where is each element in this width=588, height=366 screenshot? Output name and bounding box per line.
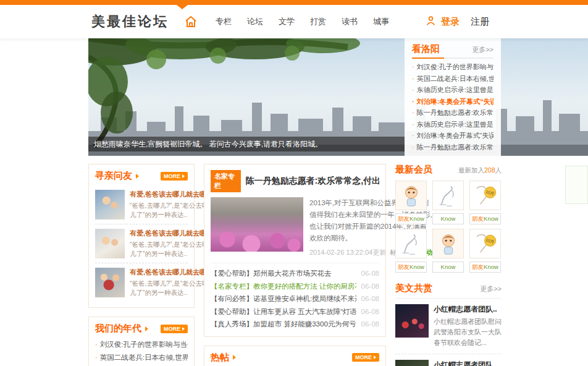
list-item[interactable]: 【有问必答】诺基亚推安卓神机:搅局继续不来迟06-08 bbox=[211, 292, 379, 305]
list-item[interactable]: ·陈一丹勉励志愿者:欢乐常常念,付.. bbox=[412, 142, 494, 153]
our-era-list: ·刘汉俊:孔子的世界影响与当代价值... ·英国二战老兵:日本右倾,世界不能..… bbox=[95, 338, 188, 366]
article-image bbox=[211, 197, 303, 252]
featured-badge: 名家专栏 bbox=[211, 170, 241, 192]
auth-area: 登录 注册 bbox=[426, 15, 489, 28]
member-cell: 10月 朋友Know bbox=[469, 181, 501, 224]
site-header: 美最佳论坛 专栏 论坛 文学 打赏 读书 城事 登录 注册 bbox=[0, 5, 588, 38]
user-icon bbox=[426, 15, 436, 28]
list-item[interactable]: ·英国二战老兵:日本右倾,世界不能... bbox=[95, 351, 188, 364]
list-item[interactable]: 【爱心帮助】郑州最大花卉市场买花去06-08 bbox=[211, 267, 379, 280]
avatar-month-badge-icon[interactable]: 10月 bbox=[469, 229, 501, 258]
member-cell: Know bbox=[432, 181, 464, 224]
site-logo[interactable]: 美最佳论坛 bbox=[91, 12, 169, 31]
hot-posts-section: 热帖 MORE 陈一丹勉励志愿者:欢乐常常念... 2013年,对于互联网和公益… bbox=[204, 346, 386, 366]
bullet-icon: · bbox=[412, 132, 414, 139]
avatar-skater-icon[interactable] bbox=[432, 181, 464, 210]
friend-post-item[interactable]: 有爱,爸爸该去哪儿就去哪..“爸爸,去哪儿?”,是“老公去哪儿了”的另一种表达.… bbox=[95, 224, 188, 263]
new-members-section: 最新会员 最新加入208人 朋友Know Know bbox=[395, 164, 502, 273]
chevron-right-icon bbox=[136, 174, 139, 179]
find-friends-section: 寻亲问友 MORE 有爱,爸爸该去哪儿就去哪..“爸爸,去哪儿?”,是“老公去哪… bbox=[88, 164, 195, 308]
nav-item-reward[interactable]: 打赏 bbox=[310, 16, 326, 27]
join-count: 最新加入208人 bbox=[458, 166, 502, 175]
essay-item[interactable]: 小红帽志愿者团队..小红帽志愿者团队慰问武警洛阳市支队一大队... bbox=[395, 354, 502, 366]
find-friends-more-button[interactable]: MORE bbox=[161, 172, 188, 181]
list-item[interactable]: ·刘汉俊:孔子的世界影响与当代价值 bbox=[412, 61, 494, 73]
friend-post-item[interactable]: 有爱,爸爸该去哪儿就去哪..“爸爸,去哪儿?”,是“老公去哪儿了”的另一种表达.… bbox=[95, 263, 188, 302]
know-button[interactable]: 朋友Know bbox=[469, 262, 501, 273]
know-button[interactable]: 朋友Know bbox=[469, 213, 501, 224]
nav-notch bbox=[177, 5, 188, 9]
bullet-icon: · bbox=[412, 121, 414, 128]
featured-article-title[interactable]: 陈一丹勉励志愿者:欢乐常常念,付出不遗憾 bbox=[246, 176, 379, 187]
bullet-icon: · bbox=[412, 143, 414, 151]
featured-article[interactable]: 2013年,对于互联网和公益界,都是特别值得我们在未来回望的一年。诸多精彩,也让… bbox=[211, 197, 379, 257]
know-button[interactable]: Know bbox=[432, 262, 464, 273]
login-link[interactable]: 登录 bbox=[441, 16, 460, 28]
nav-item-forum[interactable]: 论坛 bbox=[247, 16, 263, 27]
nav-item-city[interactable]: 城事 bbox=[373, 16, 389, 27]
avatar-baby-icon[interactable] bbox=[432, 229, 464, 258]
list-item[interactable]: ·东德历史启示录:这里曾是腐败乐园 bbox=[412, 84, 494, 96]
avatar-baby-icon[interactable] bbox=[395, 181, 427, 210]
member-cell: Know bbox=[432, 229, 464, 273]
bullet-icon: · bbox=[95, 354, 98, 361]
right-column: 最新会员 最新加入208人 朋友Know Know bbox=[395, 164, 502, 366]
bullet-icon: · bbox=[95, 341, 98, 348]
bullet-icon: · bbox=[412, 63, 414, 70]
hero-banner: 烟愁雨啸奈华生,宫阙簪裾旧帝城。 若问古今兴废事,请君只看洛阳城。 看洛阳 更多… bbox=[88, 38, 588, 156]
essay-thumbnail bbox=[395, 360, 429, 366]
list-item[interactable]: 【爱心帮助】让用车更从容 五大汽车故障“灯语”06-08 bbox=[211, 305, 379, 318]
top-accent-bar bbox=[0, 0, 588, 5]
find-friends-title: 寻亲问友 bbox=[95, 170, 132, 182]
more-arrow-icon bbox=[182, 327, 185, 331]
nav-item-reading[interactable]: 读书 bbox=[342, 16, 358, 27]
essays-title: 美文共赏 bbox=[395, 283, 432, 294]
list-item[interactable]: ·英国二战老兵:日本右倾,世界不能.. bbox=[412, 73, 494, 85]
floating-side-widget[interactable] bbox=[565, 166, 588, 204]
middle-column: 名家专栏 陈一丹勉励志愿者:欢乐常常念,付出不遗憾 2013年,对于互联网和公益… bbox=[204, 164, 386, 366]
members-grid: 朋友Know Know 10月 朋友Know bbox=[395, 181, 502, 273]
bullet-icon: · bbox=[412, 75, 414, 82]
new-members-title: 最新会员 bbox=[395, 164, 432, 176]
list-item[interactable]: ·刘汉俊:孔子的世界影响与当代价值... bbox=[95, 338, 188, 351]
more-arrow-icon bbox=[374, 355, 376, 359]
featured-section: 名家专栏 陈一丹勉励志愿者:欢乐常常念,付出不遗憾 2013年,对于互联网和公益… bbox=[204, 164, 386, 337]
list-item[interactable]: ·陈一丹勉励志愿者:欢乐常常念,付.. bbox=[412, 107, 494, 119]
hot-posts-more-button[interactable]: MORE bbox=[352, 353, 379, 362]
know-button[interactable]: 朋友Know bbox=[395, 262, 427, 273]
nav-item-literature[interactable]: 文学 bbox=[279, 16, 295, 27]
featured-list: 【爱心帮助】郑州最大花卉市场买花去06-08 【名家专栏】教你更好的搭配方法 让… bbox=[211, 263, 379, 331]
list-item[interactable]: 【真人秀场】加盟超市 算好能赚3300元为何亏了五..06-08 bbox=[211, 318, 379, 331]
essays-more-link[interactable]: 更多>> bbox=[480, 284, 502, 294]
know-button[interactable]: 朋友Know bbox=[395, 213, 427, 224]
member-cell: 朋友Know bbox=[395, 229, 427, 273]
register-link[interactable]: 注册 bbox=[471, 16, 489, 28]
hero-caption: 烟愁雨啸奈华生,宫阙簪裾旧帝城。 若问古今兴废事,请君只看洛阳城。 bbox=[88, 137, 405, 151]
our-era-section: 我们的年代 MORE ·刘汉俊:孔子的世界影响与当代价值... ·英国二战老兵:… bbox=[88, 317, 195, 366]
essays-section: 美文共赏 更多>> 小红帽志愿者团队..小红帽志愿者团队慰问武警洛阳市支队一大队… bbox=[395, 283, 502, 366]
our-era-title: 我们的年代 bbox=[95, 323, 141, 334]
friend-post-item[interactable]: 有爱,爸爸该去哪儿就去哪..“爸爸,去哪儿?”,是“老公去哪儿了”的另一种表达.… bbox=[95, 185, 188, 224]
left-column: 寻亲问友 MORE 有爱,爸爸该去哪儿就去哪..“爸爸,去哪儿?”,是“老公去哪… bbox=[88, 164, 195, 366]
look-luoyang-panel: 看洛阳 更多>> ·刘汉俊:孔子的世界影响与当代价值 ·英国二战老兵:日本右倾,… bbox=[405, 38, 501, 156]
avatar-skater-icon[interactable] bbox=[395, 229, 427, 258]
home-icon[interactable] bbox=[183, 14, 198, 29]
member-cell: 10月 朋友Know bbox=[469, 229, 501, 273]
essay-thumbnail bbox=[395, 304, 429, 338]
our-era-more-button[interactable]: MORE bbox=[161, 325, 188, 333]
nav-item-columns[interactable]: 专栏 bbox=[216, 16, 232, 27]
list-item-highlighted[interactable]: 【名家专栏】教你更好的搭配方法 让你的厨房不再..06-08 bbox=[211, 280, 379, 293]
essay-item[interactable]: 小红帽志愿者团队..小红帽志愿者团队慰问武警洛阳市支队一大队春节联欢会随记... bbox=[395, 299, 502, 354]
member-cell: 朋友Know bbox=[395, 181, 427, 224]
avatar-month-badge-icon[interactable]: 10月 bbox=[469, 181, 501, 210]
know-button[interactable]: Know bbox=[432, 213, 464, 224]
look-luoyang-list: ·刘汉俊:孔子的世界影响与当代价值 ·英国二战老兵:日本右倾,世界不能.. ·东… bbox=[412, 61, 494, 153]
list-item-highlighted[interactable]: ·刘治琳:冬奥会开幕式“失误”给人.. bbox=[412, 96, 494, 108]
list-item[interactable]: ·东德历史启示录:这里曾是腐败乐园 bbox=[412, 119, 494, 130]
main-content: 寻亲问友 MORE 有爱,爸爸该去哪儿就去哪..“爸爸,去哪儿?”,是“老公去哪… bbox=[88, 164, 502, 366]
more-arrow-icon bbox=[182, 174, 185, 178]
list-item[interactable]: ·刘治琳:冬奥会开幕式“失误”给人.. bbox=[412, 130, 494, 142]
look-luoyang-more-link[interactable]: 更多>> bbox=[472, 45, 494, 54]
bullet-icon: · bbox=[412, 98, 414, 105]
chevron-right-icon bbox=[233, 355, 236, 360]
